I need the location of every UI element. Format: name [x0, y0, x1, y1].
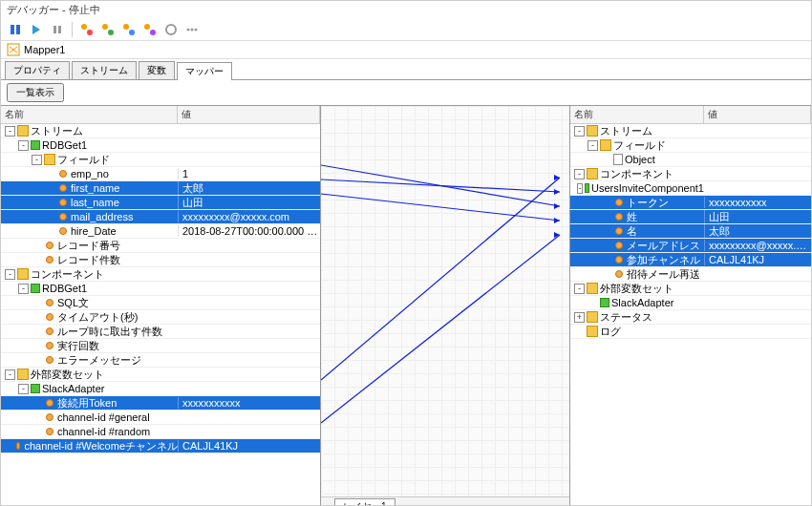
tab-bar: プロパティストリーム変数マッパー	[1, 59, 811, 80]
tree-row[interactable]: -コンポーネント	[1, 267, 320, 282]
document-name: Mapper1	[24, 44, 65, 55]
green-icon	[31, 384, 40, 393]
tree-row[interactable]: Object	[570, 153, 811, 167]
mapping-canvas[interactable]: レイヤー1	[321, 106, 570, 506]
gear-icon[interactable]	[162, 21, 180, 38]
folder-icon	[600, 139, 611, 151]
tree-row[interactable]: -ストリーム	[1, 124, 320, 138]
tree-label: RDBGet1	[42, 283, 87, 294]
tree-row[interactable]: -UsersInviteComponent1	[570, 181, 811, 196]
collapse-icon[interactable]: -	[5, 369, 15, 380]
tree-row[interactable]: -SlackAdapter	[1, 382, 320, 396]
tree-row[interactable]: 参加チャンネルCALJL41KJ	[570, 253, 811, 267]
tab-2[interactable]: 変数	[139, 61, 175, 79]
tree-row[interactable]: -コンポーネント	[570, 167, 811, 181]
bullet-icon	[59, 213, 67, 221]
tree-value: 2018-08-27T00:00:00.000 JST	[178, 225, 320, 237]
tree-value: CALJL41KJ	[178, 440, 320, 452]
tree-row[interactable]: タイムアウト(秒)	[1, 310, 320, 325]
tree-row[interactable]: 接続用Tokenxxxxxxxxxxx	[1, 396, 320, 411]
svg-point-5	[81, 24, 87, 30]
tree-row[interactable]: ログ	[570, 325, 811, 339]
document-tab[interactable]: Mapper1	[1, 41, 811, 59]
tree-row[interactable]: 名太郎	[570, 224, 811, 239]
mapper-icon-1[interactable]	[78, 21, 96, 38]
tree-row[interactable]: emp_no1	[1, 167, 320, 181]
collapse-icon[interactable]: -	[577, 183, 583, 194]
list-view-button[interactable]: 一覧表示	[7, 83, 64, 102]
tree-row[interactable]: channel-id #random	[1, 425, 320, 439]
pause-icon[interactable]	[49, 21, 66, 38]
collapse-icon[interactable]: -	[5, 269, 15, 280]
bullet-icon	[46, 313, 53, 321]
svg-point-8	[108, 30, 114, 35]
tree-row[interactable]: +ステータス	[570, 310, 811, 325]
tree-row[interactable]: レコード件数	[1, 253, 320, 267]
tree-label: コンポーネント	[31, 267, 104, 282]
tree-row[interactable]: -RDBGet1	[1, 138, 320, 153]
tree-row[interactable]: レコード番号	[1, 239, 320, 253]
bullet-icon	[615, 199, 623, 206]
svg-rect-1	[16, 25, 20, 34]
doc-icon	[613, 154, 623, 165]
tree-row[interactable]: last_name山田	[1, 196, 320, 210]
green-icon	[31, 284, 40, 293]
tree-row[interactable]: first_name太郎	[1, 181, 320, 196]
tree-row[interactable]: 招待メール再送	[570, 267, 811, 282]
tree-row[interactable]: -RDBGet1	[1, 282, 320, 296]
tree-row[interactable]: -外部変数セット	[570, 282, 811, 296]
collapse-icon[interactable]: -	[588, 140, 598, 151]
svg-point-9	[123, 24, 129, 30]
tree-label: hire_Date	[71, 225, 117, 237]
bullet-icon	[59, 170, 67, 178]
source-tree[interactable]: -ストリーム-RDBGet1-フィールドemp_no1first_name太郎l…	[1, 124, 320, 506]
tree-row[interactable]: channel-id #WelcomeチャンネルCALJL41KJ	[1, 439, 320, 453]
tree-row[interactable]: -フィールド	[1, 153, 320, 167]
svg-line-18	[321, 165, 560, 206]
expand-icon[interactable]: +	[574, 312, 585, 323]
tree-row[interactable]: ループ時に取出す件数	[1, 325, 320, 339]
tree-label: 姓	[627, 210, 637, 224]
tree-row[interactable]: 姓山田	[570, 210, 811, 224]
tree-row[interactable]: SQL文	[1, 296, 320, 310]
toolbar-separator	[72, 22, 73, 37]
tree-row[interactable]: トークンxxxxxxxxxxx	[570, 196, 811, 210]
collapse-icon[interactable]: -	[574, 284, 585, 294]
collapse-icon[interactable]: -	[32, 155, 42, 165]
tree-row[interactable]: -フィールド	[570, 138, 811, 153]
run-icon[interactable]	[7, 21, 24, 38]
collapse-icon[interactable]: -	[18, 140, 29, 151]
tab-0[interactable]: プロパティ	[5, 61, 70, 79]
tree-row[interactable]: SlackAdapter	[570, 296, 811, 310]
tree-row[interactable]: 実行回数	[1, 339, 320, 353]
tab-1[interactable]: ストリーム	[72, 61, 137, 79]
collapse-icon[interactable]: -	[18, 284, 29, 294]
source-column-header: 名前 値	[1, 106, 320, 124]
tree-row[interactable]: mail_addressxxxxxxxxx@xxxxx.com	[1, 210, 320, 224]
tree-row[interactable]: channel-id #general	[1, 411, 320, 425]
more-icon[interactable]	[183, 21, 201, 38]
tree-row[interactable]: -外部変数セット	[1, 368, 320, 382]
green-icon	[585, 183, 589, 193]
target-panel: 名前 値 -ストリーム-フィールドObject-コンポーネント-UsersInv…	[570, 106, 811, 506]
mapper-icon-4[interactable]	[141, 21, 159, 38]
layer-tab[interactable]: レイヤー1	[334, 498, 395, 507]
mapper-icon-2[interactable]	[99, 21, 117, 38]
tree-row[interactable]: -ストリーム	[570, 124, 811, 138]
tree-row[interactable]: エラーメッセージ	[1, 353, 320, 368]
bullet-icon	[46, 256, 53, 264]
collapse-icon[interactable]: -	[574, 169, 585, 179]
svg-line-24	[321, 178, 560, 380]
tab-3[interactable]: マッパー	[177, 62, 232, 80]
collapse-icon[interactable]: -	[574, 126, 585, 137]
tree-row[interactable]: メールアドレスxxxxxxxxx@xxxxx.com	[570, 239, 811, 253]
collapse-icon[interactable]: -	[5, 126, 15, 137]
target-tree[interactable]: -ストリーム-フィールドObject-コンポーネント-UsersInviteCo…	[570, 124, 811, 506]
tree-label: レコード番号	[57, 239, 120, 253]
folder-icon	[587, 168, 598, 179]
collapse-icon[interactable]: -	[18, 384, 29, 394]
tree-row[interactable]: hire_Date2018-08-27T00:00:00.000 JST	[1, 224, 320, 239]
step-icon[interactable]	[28, 21, 45, 38]
svg-marker-23	[554, 218, 560, 223]
mapper-icon-3[interactable]	[120, 21, 138, 38]
